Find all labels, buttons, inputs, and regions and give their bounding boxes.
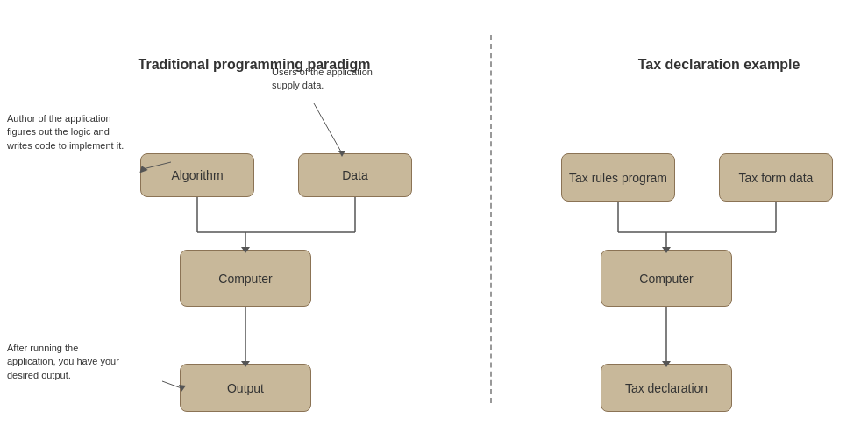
- author-annotation: Author of the applicationfigures out the…: [7, 112, 169, 152]
- divider: [490, 35, 492, 403]
- right-panel-title: Tax declaration example: [566, 57, 868, 73]
- right-computer-box: Computer: [601, 250, 732, 307]
- svg-line-11: [162, 381, 181, 388]
- users-annotation: Users of the applicationsupply data.: [272, 66, 399, 93]
- svg-line-9: [314, 103, 342, 153]
- right-panel: Tax declaration example Tax rules progra…: [513, 0, 868, 439]
- tax-form-box: Tax form data: [719, 153, 833, 202]
- tax-rules-box: Tax rules program: [561, 153, 675, 202]
- output-box: Output: [180, 364, 311, 412]
- after-annotation: After running theapplication, you have y…: [7, 342, 160, 382]
- diagram-container: Traditional programming paradigm Author …: [0, 0, 868, 439]
- data-box: Data: [298, 153, 412, 197]
- algorithm-box: Algorithm: [140, 153, 254, 197]
- computer-box: Computer: [180, 250, 311, 307]
- tax-declaration-box: Tax declaration: [601, 364, 732, 412]
- left-panel: Traditional programming paradigm Author …: [0, 0, 491, 439]
